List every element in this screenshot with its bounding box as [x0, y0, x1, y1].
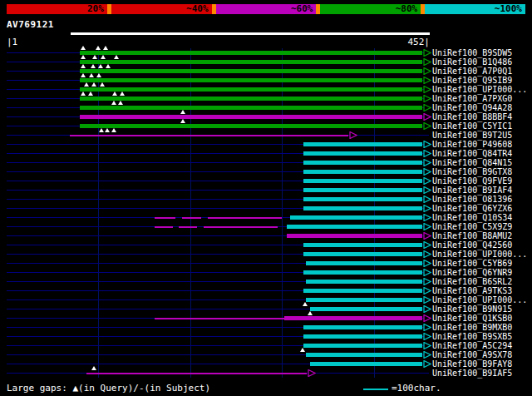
hit-label[interactable]: UniRef100_C5YIC1 — [432, 121, 512, 131]
hit-label[interactable]: UniRef100_Q10S34 — [432, 213, 512, 222]
hit-label[interactable]: UniRef100_A9TKS3 — [432, 286, 512, 295]
alignment-segment[interactable] — [182, 217, 201, 219]
hit-label[interactable]: UniRef100_C5X9Z9 — [432, 222, 512, 231]
hit-label[interactable]: UniRef100_P49608 — [432, 140, 512, 149]
alignment-segment[interactable] — [80, 115, 422, 119]
hit-label[interactable]: UniRef100_B9FAY8 — [432, 359, 512, 369]
hit-row: UniRef100_B9SDW5 — [0, 48, 532, 57]
alignment-segment[interactable] — [155, 217, 175, 219]
hit-row: UniRef100_B9IAF5 — [0, 369, 532, 378]
alignment-segment[interactable] — [306, 353, 422, 357]
alignment-segment[interactable] — [303, 170, 422, 174]
alignment-segment[interactable] — [303, 334, 422, 339]
hit-label[interactable]: UniRef100_O81396 — [432, 195, 512, 204]
hit-label[interactable]: UniRef100_B6SRL2 — [432, 277, 512, 286]
alignment-segment[interactable] — [208, 217, 283, 219]
alignment-segment[interactable] — [303, 252, 422, 256]
hit-label[interactable]: UniRef100_B8BBF4 — [432, 112, 512, 121]
hit-label[interactable]: UniRef100_B9MXB0 — [432, 323, 512, 332]
hit-label[interactable]: UniRef100_B1Q486 — [432, 57, 512, 67]
hit-arrowhead-icon — [423, 287, 431, 295]
alignment-segment[interactable] — [284, 316, 422, 320]
hit-label[interactable]: UniRef100_B9IAF5 — [432, 369, 512, 378]
alignment-segment[interactable] — [303, 179, 422, 183]
hit-row: UniRef100_Q94A28 — [0, 103, 532, 112]
hit-label[interactable]: UniRef100_B9IAF4 — [432, 186, 512, 195]
hit-arrowhead-icon — [423, 324, 431, 331]
alignment-segment[interactable] — [306, 298, 422, 302]
alignment-segment[interactable] — [310, 362, 422, 366]
alignment-segment[interactable] — [80, 51, 422, 55]
alignment-segment[interactable] — [204, 226, 278, 228]
hit-arrowhead-icon — [423, 159, 431, 166]
identity-scale-bar: 20%~40%~60%~80%~100% — [7, 4, 525, 14]
hit-label[interactable]: UniRef100_UPI000... — [432, 85, 527, 94]
hit-label[interactable]: UniRef100_A5C294 — [432, 341, 512, 350]
alignment-segment[interactable] — [86, 373, 307, 374]
large-gap-marker — [84, 82, 89, 87]
hits-plot: UniRef100_B9SDW5UniRef100_B1Q486UniRef10… — [0, 48, 532, 379]
hit-label[interactable]: UniRef100_B9T2U5 — [432, 131, 512, 140]
hit-label[interactable]: UniRef100_Q84N15 — [432, 158, 512, 167]
hit-row: UniRef100_B9GTX8 — [0, 167, 532, 176]
alignment-segment[interactable] — [179, 226, 197, 228]
hit-label[interactable]: UniRef100_A7PXG0 — [432, 94, 512, 103]
hit-label[interactable]: UniRef100_UPI000... — [432, 250, 527, 259]
alignment-segment[interactable] — [80, 78, 422, 82]
alignment-segment[interactable] — [70, 135, 348, 136]
alignment-segment[interactable] — [303, 289, 422, 293]
hit-label[interactable]: UniRef100_Q6YZX6 — [432, 204, 512, 213]
hit-label[interactable]: UniRef100_B9N915 — [432, 304, 512, 314]
hit-label[interactable]: UniRef100_B9SDW5 — [432, 48, 512, 57]
scale-segment: 20% — [7, 4, 107, 14]
alignment-segment[interactable] — [80, 124, 422, 128]
large-gap-marker — [91, 64, 96, 68]
alignment-segment[interactable] — [303, 344, 422, 348]
alignment-segment[interactable] — [303, 206, 422, 210]
alignment-segment[interactable] — [80, 97, 422, 101]
hit-label[interactable]: UniRef100_B9SXB5 — [432, 332, 512, 341]
large-gap-marker — [111, 128, 116, 132]
large-gap-marker — [101, 55, 106, 59]
alignment-segment[interactable] — [303, 188, 422, 192]
alignment-segment[interactable] — [310, 307, 422, 311]
hit-label[interactable]: UniRef100_UPI000... — [432, 295, 527, 304]
hit-label[interactable]: UniRef100_Q42560 — [432, 240, 512, 250]
alignment-segment[interactable] — [303, 161, 422, 165]
alignment-segment[interactable] — [303, 243, 422, 247]
alignment-segment[interactable] — [80, 60, 422, 64]
hit-label[interactable]: UniRef100_Q6YNR9 — [432, 268, 512, 277]
hit-label[interactable]: UniRef100_A7P0Q1 — [432, 67, 512, 76]
hit-label[interactable]: UniRef100_Q9SIB9 — [432, 76, 512, 85]
hit-label[interactable]: UniRef100_B8AMU2 — [432, 231, 512, 240]
hit-row: UniRef100_Q1KSB0 — [0, 314, 532, 323]
hit-label[interactable]: UniRef100_Q9FVE9 — [432, 176, 512, 186]
alignment-segment[interactable] — [155, 318, 283, 319]
hit-label[interactable]: UniRef100_C5YB69 — [432, 259, 512, 268]
alignment-segment[interactable] — [290, 215, 422, 220]
alignment-segment[interactable] — [287, 225, 422, 229]
hit-arrowhead-icon — [423, 260, 431, 267]
scale-legend-line — [363, 389, 388, 390]
alignment-segment[interactable] — [306, 280, 422, 284]
hit-label[interactable]: UniRef100_B9GTX8 — [432, 167, 512, 176]
alignment-segment[interactable] — [303, 151, 422, 156]
alignment-overview: 20%~40%~60%~80%~100% AV769121 |1 452| Un… — [0, 0, 532, 396]
alignment-segment[interactable] — [303, 270, 422, 275]
hit-label[interactable]: UniRef100_Q94A28 — [432, 103, 512, 112]
hit-label[interactable]: UniRef100_Q1KSB0 — [432, 314, 512, 323]
alignment-segment[interactable] — [287, 234, 422, 238]
hit-row: UniRef100_C5YB69 — [0, 259, 532, 268]
alignment-segment[interactable] — [306, 261, 422, 265]
alignment-segment[interactable] — [80, 106, 422, 110]
scale-segment: ~100% — [425, 4, 525, 14]
large-gap-marker — [118, 101, 123, 105]
alignment-segment[interactable] — [303, 325, 422, 329]
alignment-segment[interactable] — [303, 142, 422, 146]
alignment-segment[interactable] — [303, 197, 422, 201]
alignment-segment[interactable] — [155, 226, 172, 228]
alignment-segment[interactable] — [80, 69, 422, 73]
alignment-segment[interactable] — [80, 87, 422, 92]
hit-label[interactable]: UniRef100_Q84TR4 — [432, 149, 512, 158]
hit-label[interactable]: UniRef100_A9SX78 — [432, 350, 512, 359]
